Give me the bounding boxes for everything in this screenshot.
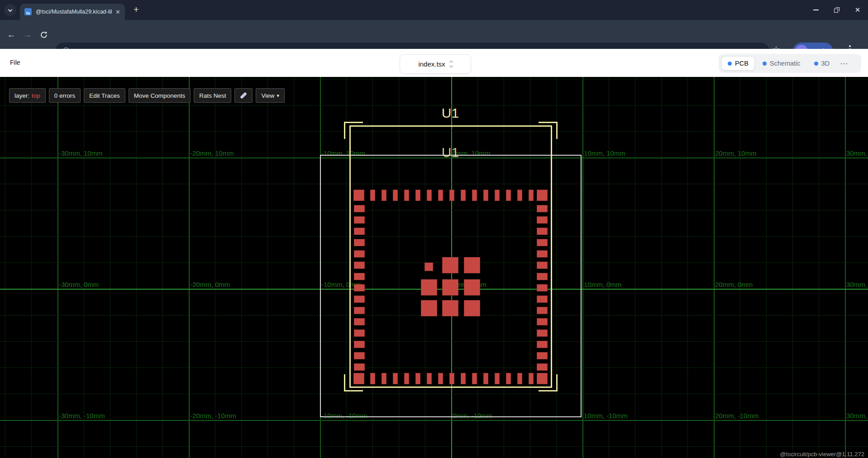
thermal-pad[interactable] <box>464 257 480 273</box>
pad[interactable] <box>354 228 365 235</box>
restore-button[interactable] <box>826 0 847 20</box>
tab-search-button[interactable] <box>4 4 16 16</box>
pcb-canvas[interactable]: -30mm, 10mm-20mm, 10mm-10mm, 10mm0mm, 10… <box>0 77 868 458</box>
back-button[interactable]: ← <box>5 29 17 41</box>
thermal-pad[interactable] <box>442 257 458 273</box>
pad[interactable] <box>354 352 365 359</box>
pad[interactable] <box>472 190 477 201</box>
view-tab-schematic[interactable]: Schematic <box>757 57 806 70</box>
thermal-pad[interactable] <box>442 300 458 316</box>
thermal-pad[interactable] <box>421 279 437 296</box>
pad[interactable] <box>537 216 548 224</box>
pad[interactable] <box>537 296 548 303</box>
edit-silkscreen-button[interactable] <box>234 88 253 103</box>
pad[interactable] <box>537 352 548 359</box>
pad[interactable] <box>537 284 548 291</box>
pad[interactable] <box>495 373 500 384</box>
move-components-button[interactable]: Move Components <box>129 88 191 103</box>
thermal-pad[interactable] <box>442 279 458 296</box>
pad[interactable] <box>404 190 409 201</box>
pad[interactable] <box>354 307 365 314</box>
silkscreen-corner-mark <box>539 390 558 391</box>
pad[interactable] <box>449 373 454 384</box>
pad[interactable] <box>354 284 365 291</box>
pad[interactable] <box>472 373 477 384</box>
grid-line-vertical <box>635 77 635 458</box>
pad[interactable] <box>537 273 548 280</box>
pad[interactable] <box>354 205 365 212</box>
pad[interactable] <box>483 373 488 384</box>
pad[interactable] <box>354 329 365 337</box>
pad[interactable] <box>354 239 365 246</box>
pad[interactable] <box>483 190 488 201</box>
edit-traces-button[interactable]: Edit Traces <box>84 88 125 103</box>
pad[interactable] <box>393 190 398 201</box>
pad[interactable] <box>529 373 534 384</box>
pad[interactable] <box>370 373 375 384</box>
pad[interactable] <box>537 250 548 258</box>
pad[interactable] <box>537 341 548 348</box>
pad[interactable] <box>370 190 375 201</box>
pad[interactable] <box>427 190 432 201</box>
pad[interactable] <box>354 273 365 280</box>
rats-nest-button[interactable]: Rats Nest <box>194 88 231 103</box>
pad[interactable] <box>537 228 548 235</box>
pad[interactable] <box>382 190 386 201</box>
pad[interactable] <box>354 250 365 258</box>
new-tab-button[interactable]: + <box>131 5 142 15</box>
pad[interactable] <box>517 190 522 201</box>
corner-pad[interactable] <box>353 373 364 384</box>
pad[interactable] <box>537 205 548 212</box>
pad[interactable] <box>354 216 365 224</box>
pad[interactable] <box>354 262 365 269</box>
pad[interactable] <box>461 373 466 384</box>
view-tab-3d[interactable]: 3D <box>808 57 836 70</box>
pad[interactable] <box>404 373 409 384</box>
pad[interactable] <box>537 307 548 314</box>
file-selector[interactable]: index.tsx <box>400 54 471 74</box>
pad[interactable] <box>529 190 534 201</box>
thermal-pad[interactable] <box>424 262 433 271</box>
pad[interactable] <box>517 373 522 384</box>
view-tab-pcb[interactable]: PCB <box>721 56 755 71</box>
browser-tab[interactable]: ts @tsci/MustafaMulla29.kicad-lib ✕ <box>20 4 125 20</box>
view-button[interactable]: View▾ <box>256 88 285 103</box>
forward-button[interactable]: → <box>22 29 33 41</box>
reload-button[interactable] <box>38 29 50 41</box>
thermal-pad[interactable] <box>464 279 480 296</box>
pad[interactable] <box>537 262 548 269</box>
pad[interactable] <box>537 329 548 337</box>
pad[interactable] <box>354 296 365 303</box>
pad[interactable] <box>506 190 511 201</box>
pad[interactable] <box>449 190 454 201</box>
pad[interactable] <box>537 239 548 246</box>
pad[interactable] <box>461 190 466 201</box>
pad[interactable] <box>354 318 365 325</box>
corner-pad[interactable] <box>537 190 548 201</box>
corner-pad[interactable] <box>537 373 548 384</box>
thermal-pad[interactable] <box>421 300 437 316</box>
pad[interactable] <box>438 190 443 201</box>
tab-close-icon[interactable]: ✕ <box>115 9 120 15</box>
pad[interactable] <box>537 318 548 325</box>
pad[interactable] <box>354 363 365 371</box>
pad[interactable] <box>415 190 420 201</box>
pad[interactable] <box>438 373 443 384</box>
thermal-pad[interactable] <box>464 300 480 316</box>
view-more-button[interactable]: ⋯ <box>840 59 848 68</box>
pad[interactable] <box>537 363 548 371</box>
file-menu[interactable]: File <box>10 59 20 66</box>
errors-button[interactable]: 0 errors <box>49 88 81 103</box>
pad[interactable] <box>415 373 420 384</box>
layer-button[interactable]: layer:top <box>9 88 46 103</box>
grid-line-horizontal <box>0 105 868 105</box>
pad[interactable] <box>393 373 398 384</box>
corner-pad[interactable] <box>353 190 364 201</box>
pad[interactable] <box>354 341 365 348</box>
pad[interactable] <box>427 373 432 384</box>
pad[interactable] <box>495 190 500 201</box>
pad[interactable] <box>382 373 386 384</box>
minimize-button[interactable] <box>806 0 826 20</box>
pad[interactable] <box>506 373 511 384</box>
window-close-button[interactable]: ✕ <box>847 0 868 20</box>
